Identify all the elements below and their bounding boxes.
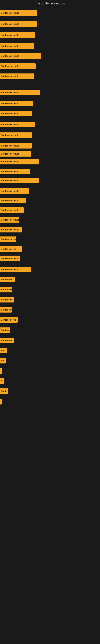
- bar-item: Bottleneck result: [0, 178, 39, 183]
- bar-label: Bottleneck result: [1, 45, 19, 47]
- bar-label: Bottleneck result: [1, 218, 19, 221]
- bar-item: Bottleneck result: [0, 236, 16, 242]
- bar-label: Bottleneck result: [1, 123, 19, 126]
- bar-label: Bottleneck result: [1, 190, 19, 192]
- bar-item: Bottleneck result: [0, 207, 24, 213]
- bar-item: Bottleneck r: [0, 338, 14, 343]
- bar-item: Bottleneck r: [0, 277, 15, 282]
- bar-item: Bottleneck result: [0, 10, 37, 16]
- bar-item: Bottleneck res: [0, 317, 18, 322]
- bar-item: Bottleneck result: [0, 159, 39, 164]
- bar-label: Bottleneck result: [1, 65, 19, 68]
- bar-label: B: [1, 380, 2, 382]
- bar-item: |: [0, 399, 1, 404]
- bar-label: Bottleneck result: [1, 179, 19, 182]
- bar-item: Bottleneck result: [0, 53, 41, 59]
- bar-label: |: [1, 400, 1, 403]
- bar-item: Bottleneck result: [0, 122, 35, 128]
- bar-item: Bottleneck result: [0, 90, 40, 96]
- bar-label: Bottlene: [1, 329, 10, 332]
- bar-item: Bottleneck result: [0, 217, 19, 222]
- bar-label: Bottleneck result: [1, 55, 19, 57]
- bar-label: Bottleneck result: [1, 199, 19, 202]
- bar-item: Bottleneck result: [0, 100, 33, 106]
- bar-label: Bottleneck result: [1, 152, 19, 155]
- bar-item: B: [0, 378, 4, 384]
- bar-label: Bottleneck result: [1, 160, 19, 163]
- bar-label: Bottleneck result: [1, 209, 19, 211]
- bar-label: Bott: [1, 349, 5, 352]
- bar-label: Bottleneck: [1, 288, 12, 291]
- bar-item: Bottleneck result: [0, 227, 22, 232]
- bar-label: Bottleneck: [1, 308, 12, 311]
- bar-item: Bottleneck result: [0, 143, 32, 148]
- bar-label: Bottleneck result: [1, 75, 19, 78]
- bar-label: Bo: [1, 360, 4, 362]
- bar-item: Bottleneck result: [0, 188, 29, 194]
- bar-label: Bottleneck result: [1, 102, 19, 105]
- bar-item: Bottleneck result: [0, 169, 30, 174]
- bar-item: Bottleneck: [0, 307, 12, 312]
- bar-item: Bottleneck result: [0, 74, 34, 79]
- bar-label: Bottleneck result: [1, 170, 19, 173]
- bar-item: Bottleneck result: [0, 21, 37, 27]
- site-title: TheBottlenecker.com: [0, 0, 100, 6]
- bar-item: |: [0, 368, 2, 374]
- bar-item: Bott: [0, 348, 7, 354]
- bar-item: Bottlene: [0, 328, 10, 333]
- bar-label: Bottleneck result: [1, 268, 19, 271]
- bar-label: Bottleneck r: [1, 339, 14, 342]
- bar-item: Bottleneck result: [0, 151, 31, 156]
- chart-area: Bottleneck resultBottleneck resultBottle…: [0, 6, 100, 638]
- bar-label: Bottleneck result: [1, 228, 19, 231]
- bar-item: Bottleneck result: [0, 111, 32, 116]
- bar-item: Bottleneck: [0, 287, 12, 292]
- bar-label: Bottleneck r: [1, 278, 14, 281]
- bar-label: Bottleneck res: [1, 248, 16, 250]
- bar-item: Bottleneck r: [0, 297, 14, 302]
- bar-item: Bottleneck result: [0, 256, 20, 261]
- bar-label: Bottleneck result: [1, 34, 19, 36]
- bar-item: Bottleneck result: [0, 64, 36, 69]
- bar-item: Bottleneck result: [0, 43, 34, 49]
- bar-label: Bottleneck result: [1, 12, 19, 14]
- bar-item: Bottleneck result: [0, 32, 35, 38]
- bar-label: Bottleneck result: [1, 257, 19, 260]
- bar-label: Bottleneck result: [1, 144, 19, 147]
- bar-label: Bottleneck result: [1, 134, 19, 136]
- bar-item: Bottleneck result: [0, 267, 31, 272]
- bar-label: |: [1, 370, 1, 372]
- bar-label: Bottleneck result: [1, 112, 19, 115]
- bar-label: Bottleneck result: [1, 91, 19, 94]
- bar-item: Bottleneck res: [0, 246, 22, 252]
- bar-item: Bottleneck result: [0, 132, 32, 138]
- bar-label: Bottleneck result: [1, 238, 16, 240]
- bar-item: Bottleneck result: [0, 198, 26, 203]
- bar-item: Bottle: [0, 388, 8, 394]
- bar-label: Bottleneck r: [1, 298, 14, 301]
- bar-label: Bottleneck result: [1, 23, 19, 25]
- bar-item: Bo: [0, 358, 6, 364]
- bar-label: Bottle: [1, 390, 7, 392]
- bar-label: Bottleneck res: [1, 318, 16, 321]
